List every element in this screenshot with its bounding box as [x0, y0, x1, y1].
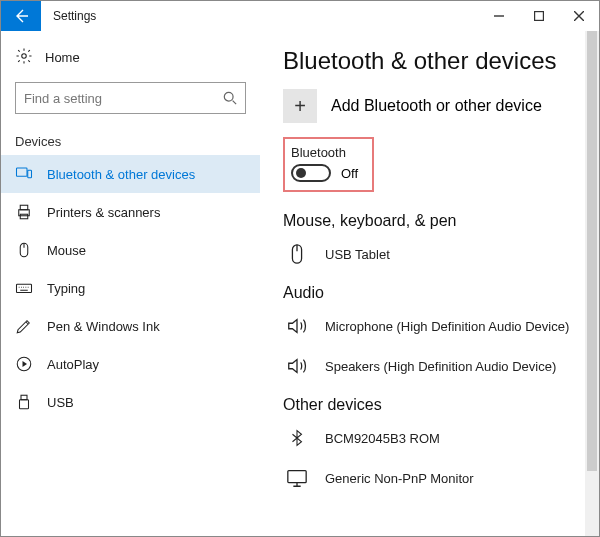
sidebar: Home Find a setting Devices Bluetooth & … — [1, 31, 261, 536]
nav-label: Printers & scanners — [47, 205, 160, 220]
pen-icon — [15, 317, 33, 335]
speaker-icon — [283, 314, 311, 338]
device-row[interactable]: USB Tablet — [283, 238, 577, 278]
close-icon — [574, 11, 584, 21]
svg-rect-14 — [288, 471, 306, 483]
title-bar: Settings — [1, 1, 599, 31]
group-title-audio: Audio — [283, 284, 577, 302]
device-name: Microphone (High Definition Audio Device… — [325, 319, 569, 334]
device-name: Generic Non-PnP Monitor — [325, 471, 474, 486]
sidebar-item-pen[interactable]: Pen & Windows Ink — [1, 307, 260, 345]
device-row[interactable]: BCM92045B3 ROM — [283, 422, 577, 462]
group-title-mouse: Mouse, keyboard, & pen — [283, 212, 577, 230]
minimize-button[interactable] — [479, 1, 519, 31]
search-placeholder: Find a setting — [24, 91, 102, 106]
nav-label: Mouse — [47, 243, 86, 258]
sidebar-item-printers[interactable]: Printers & scanners — [1, 193, 260, 231]
scrollbar-thumb[interactable] — [587, 31, 597, 471]
speaker-icon — [283, 354, 311, 378]
sidebar-home-label: Home — [45, 50, 80, 65]
device-row[interactable]: Speakers (High Definition Audio Device) — [283, 350, 577, 390]
nav-label: Pen & Windows Ink — [47, 319, 160, 334]
bluetooth-icon — [283, 426, 311, 450]
nav-label: Bluetooth & other devices — [47, 167, 195, 182]
bluetooth-toggle[interactable] — [291, 164, 331, 182]
svg-rect-9 — [17, 284, 32, 292]
device-name: Speakers (High Definition Audio Device) — [325, 359, 556, 374]
main-panel: Bluetooth & other devices + Add Bluetoot… — [261, 31, 599, 536]
arrow-left-icon — [13, 8, 29, 24]
bluetooth-highlight: Bluetooth Off — [283, 137, 374, 192]
sidebar-home[interactable]: Home — [1, 41, 260, 78]
nav-label: Typing — [47, 281, 85, 296]
svg-rect-12 — [20, 400, 29, 409]
back-button[interactable] — [1, 1, 41, 31]
svg-point-1 — [22, 54, 27, 59]
autoplay-icon — [15, 355, 33, 373]
device-row[interactable]: Microphone (High Definition Audio Device… — [283, 310, 577, 350]
maximize-icon — [534, 11, 544, 21]
keyboard-icon — [15, 279, 33, 297]
device-row[interactable]: Generic Non-PnP Monitor — [283, 462, 577, 502]
gear-icon — [15, 47, 33, 68]
svg-rect-11 — [21, 395, 27, 400]
svg-point-2 — [224, 92, 233, 101]
sidebar-item-mouse[interactable]: Mouse — [1, 231, 260, 269]
page-title: Bluetooth & other devices — [283, 47, 577, 75]
sidebar-item-usb[interactable]: USB — [1, 383, 260, 421]
add-device-label: Add Bluetooth or other device — [331, 97, 542, 115]
bluetooth-state: Off — [341, 166, 358, 181]
search-input[interactable]: Find a setting — [15, 82, 246, 114]
add-device-button[interactable]: + Add Bluetooth or other device — [283, 89, 577, 123]
printer-icon — [15, 203, 33, 221]
mouse-icon — [15, 241, 33, 259]
maximize-button[interactable] — [519, 1, 559, 31]
close-button[interactable] — [559, 1, 599, 31]
device-name: BCM92045B3 ROM — [325, 431, 440, 446]
svg-rect-7 — [20, 214, 28, 219]
usb-icon — [15, 393, 33, 411]
nav-label: USB — [47, 395, 74, 410]
bluetooth-label: Bluetooth — [291, 145, 358, 160]
sidebar-section-label: Devices — [1, 128, 260, 155]
svg-rect-3 — [17, 168, 28, 176]
nav-label: AutoPlay — [47, 357, 99, 372]
svg-rect-0 — [535, 12, 544, 21]
plus-icon: + — [283, 89, 317, 123]
device-name: USB Tablet — [325, 247, 390, 262]
group-title-other: Other devices — [283, 396, 577, 414]
mouse-icon — [283, 242, 311, 266]
monitor-icon — [283, 466, 311, 490]
sidebar-item-typing[interactable]: Typing — [1, 269, 260, 307]
svg-rect-4 — [28, 170, 32, 178]
search-icon — [223, 91, 237, 105]
sidebar-item-autoplay[interactable]: AutoPlay — [1, 345, 260, 383]
svg-rect-6 — [20, 205, 28, 210]
vertical-scrollbar[interactable] — [585, 31, 599, 536]
minimize-icon — [494, 11, 504, 21]
devices-icon — [15, 165, 33, 183]
sidebar-item-bluetooth[interactable]: Bluetooth & other devices — [1, 155, 260, 193]
window-title: Settings — [41, 1, 108, 31]
